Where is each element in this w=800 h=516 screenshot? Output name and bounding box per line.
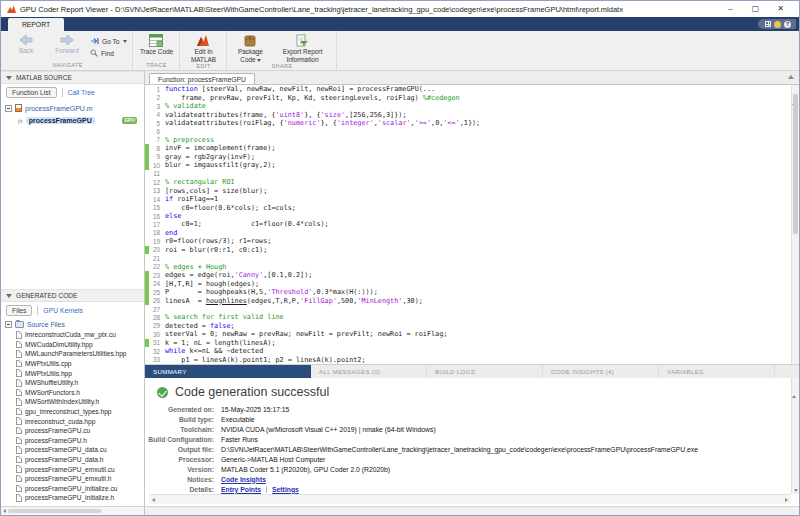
tree-item-source-file[interactable]: processFrameGPU.m [1, 102, 144, 114]
source-file-item[interactable]: gpu_imreconstruct_types.hpp [1, 407, 144, 417]
source-file-item[interactable]: MWSortFunctors.h [1, 388, 144, 398]
source-file-item[interactable]: processFrameGPU_initialize.cu [1, 484, 144, 494]
code-line[interactable]: 14 if roiFlag==1 [145, 195, 791, 203]
code-line[interactable]: 26 linesA = houghlines(edges,T,R,P,'Fill… [145, 296, 791, 304]
feedback-icon[interactable] [774, 21, 781, 28]
code-line[interactable]: 21 [145, 254, 791, 262]
source-file-item[interactable]: processFrameGPU.cu [1, 426, 144, 436]
scroll-left-icon[interactable] [152, 498, 155, 502]
close-button[interactable]: ✕ [768, 1, 793, 17]
collapse-panel-icon[interactable] [788, 75, 794, 79]
source-file-item[interactable]: processFrameGPU_data.cu [1, 445, 144, 455]
tab-report[interactable]: REPORT [8, 18, 64, 31]
code-line[interactable]: 15 c0=floor(0.6*cols); c1=cols; [145, 203, 791, 211]
code-line[interactable]: 5 validateattributes(roiFlag, {'numeric'… [145, 119, 791, 127]
scroll-up-icon[interactable] [792, 378, 796, 398]
settings-link[interactable]: Settings [272, 486, 299, 493]
scroll-down-icon[interactable] [794, 489, 798, 492]
report-tab[interactable]: SUMMARY [145, 365, 311, 378]
find-button[interactable]: Find [90, 49, 127, 57]
tab-call-tree[interactable]: Call Tree [68, 89, 95, 96]
generated-code-header[interactable]: GENERATED CODE [1, 289, 144, 302]
tab-function-list[interactable]: Function List [6, 87, 57, 98]
scroll-right-icon[interactable] [785, 498, 788, 502]
tree-item-source-files-folder[interactable]: Source Files [1, 319, 144, 329]
report-tab[interactable]: ALL MESSAGES (0) [311, 365, 427, 378]
source-file-item[interactable]: processFrameGPU_data.h [1, 455, 144, 465]
source-file-item[interactable]: MWShuffleUtility.h [1, 378, 144, 388]
code-line[interactable]: 22 % edges + Hough [145, 263, 791, 271]
code-vertical-scrollbar[interactable] [791, 85, 799, 364]
export-report-information-button[interactable]: Export Report Information [271, 33, 333, 63]
code-line[interactable]: 25 P = houghpeaks(H,5,'Threshold',0.3*ma… [145, 288, 791, 296]
code-line[interactable]: 16 else [145, 212, 791, 220]
code-line[interactable]: 28 % search for first valid line [145, 313, 791, 321]
code-line[interactable]: 32 while k<=nL && ~detected [145, 347, 791, 355]
code-line[interactable]: 10 blur = imgaussfilt(gray,2); [145, 161, 791, 169]
source-file-item[interactable]: imreconstruct_cuda.hpp [1, 416, 144, 426]
code-line[interactable]: 20 roi = blur(r0:r1, c0:c1); [145, 246, 791, 254]
matlab-source-header[interactable]: MATLAB SOURCE [1, 71, 144, 84]
source-file-item[interactable]: MWLaunchParametersUtilities.hpp [1, 349, 144, 359]
code-line[interactable]: 27 [145, 305, 791, 313]
forward-button[interactable]: Forward [47, 33, 87, 55]
scroll-left-icon[interactable] [3, 509, 6, 513]
source-file-item[interactable]: processFrameGPU.h [1, 436, 144, 446]
entry-points-link[interactable]: Entry Points [221, 486, 261, 493]
tree-item-function[interactable]: fx processFrameGPU GPU [1, 114, 144, 126]
source-file-item[interactable]: MWSortWithIndexUtility.h [1, 397, 144, 407]
code-line[interactable]: 6 [145, 127, 791, 135]
source-file-item[interactable]: MWCudaDimUtility.hpp [1, 340, 144, 350]
report-tab[interactable]: VARIABLES [659, 365, 775, 378]
code-line[interactable]: 33 p1 = linesA(k).point1; p2 = linesA(k)… [145, 356, 791, 364]
expander-icon[interactable] [5, 321, 12, 328]
edit-in-matlab-button[interactable]: Edit In MATLAB [183, 33, 223, 63]
code-line[interactable]: 18 end [145, 229, 791, 237]
report-tab[interactable]: BUILD LOGS [427, 365, 543, 378]
code-line[interactable]: 1 function [steerVal, newRaw, newFilt, n… [145, 85, 791, 93]
minimize-button[interactable]: – [718, 1, 743, 17]
scroll-thumb[interactable] [793, 94, 798, 234]
source-file-item[interactable]: processFrameGPU_terminate.cu [1, 503, 144, 504]
code-line[interactable]: 23 edges = edge(roi,'Canny',[0.1,0.2]); [145, 271, 791, 279]
tab-files[interactable]: Files [6, 305, 32, 316]
code-line[interactable]: 31 k = 1; nL = length(linesA); [145, 339, 791, 347]
tab-gpu-kernels[interactable]: GPU Kernels [43, 307, 83, 314]
tab-function-processframegpu[interactable]: Function: processFrameGPU [149, 73, 255, 84]
code-line[interactable]: 24 [H,T,R] = hough(edges); [145, 279, 791, 287]
source-file-item[interactable]: processFrameGPU_initialize.h [1, 493, 144, 503]
layout-grid-icon[interactable] [765, 21, 771, 27]
source-file-item[interactable]: ImreconstructCuda_mw_ptx.cu [1, 330, 144, 340]
code-line[interactable]: 17 c0=1; c1=floor(0.4*cols); [145, 220, 791, 228]
code-line[interactable]: 30 steerVal = 0; newRaw = prevRaw; newFi… [145, 330, 791, 338]
summary-vertical-scrollbar[interactable] [791, 378, 799, 494]
code-line[interactable]: 8 invF = imcomplement(frame); [145, 144, 791, 152]
code-line[interactable]: 4 validateattributes(frame, {'uint8'}, {… [145, 110, 791, 118]
code-line[interactable]: 3 % validate [145, 102, 791, 110]
sidebar-horizontal-scrollbar[interactable] [1, 507, 145, 515]
expander-icon[interactable] [5, 105, 12, 112]
report-tab[interactable]: CODE INSIGHTS (4) [543, 365, 659, 378]
code-line[interactable]: 29 detected = false; [145, 322, 791, 330]
trace-code-button[interactable]: Trace Code [136, 33, 176, 56]
package-code-button[interactable]: Package Code [230, 33, 270, 63]
code-line[interactable]: 9 gray = rgb2gray(invF); [145, 153, 791, 161]
source-file-item[interactable]: processFrameGPU_emxutil.h [1, 474, 144, 484]
goto-button[interactable]: Go To [90, 37, 127, 45]
code-line[interactable]: 7 % preprocess [145, 136, 791, 144]
code-line[interactable]: 19 r0=floor(rows/3); r1=rows; [145, 237, 791, 245]
code-line[interactable]: 11 [145, 170, 791, 178]
source-file-item[interactable]: processFrameGPU_emxutil.cu [1, 464, 144, 474]
maximize-button[interactable]: ▢ [743, 1, 768, 17]
code-insights-link[interactable]: Code Insights [221, 476, 266, 483]
code-line[interactable]: 2 frame, prevRaw, prevFilt, Kp, Kd, stee… [145, 93, 791, 101]
summary-horizontal-scrollbar[interactable] [149, 494, 791, 504]
source-file-item[interactable]: MWPtxUtils.cpp [1, 359, 144, 369]
source-file-item[interactable]: MWPtxUtils.hpp [1, 368, 144, 378]
code-line[interactable]: 13 [rows,cols] = size(blur); [145, 186, 791, 194]
scroll-thumb[interactable] [8, 509, 102, 513]
line-number: 15 [149, 204, 165, 211]
code-line[interactable]: 12 % rectangular ROI [145, 178, 791, 186]
back-button[interactable]: Back [6, 33, 46, 55]
help-icon[interactable]: ? [784, 21, 791, 28]
